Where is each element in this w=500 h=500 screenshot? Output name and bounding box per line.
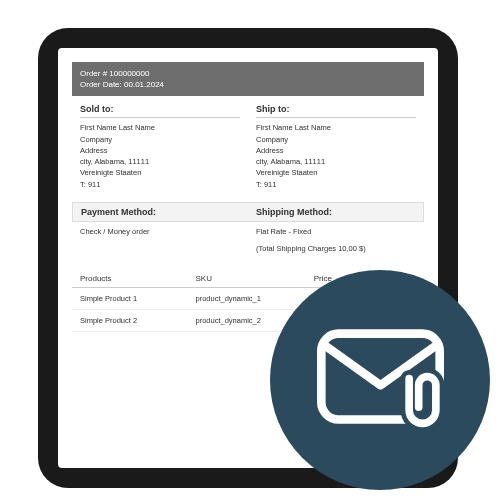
- col-sku: SKU: [196, 274, 280, 283]
- ship-to-block: Ship to: First Name Last Name Company Ad…: [248, 100, 424, 194]
- shipping-value: Flat Rate - Fixed: [256, 226, 416, 237]
- ship-to-body: First Name Last Name Company Address cit…: [256, 122, 416, 190]
- sold-company: Company: [80, 134, 240, 145]
- sold-city: city, Alabama, 11111: [80, 156, 240, 167]
- method-headings: Payment Method: Shipping Method:: [72, 202, 424, 222]
- email-attachment-badge: [270, 270, 490, 490]
- col-price: Price: [280, 274, 333, 283]
- ship-phone: T: 911: [256, 179, 416, 190]
- cell-product: Simple Product 2: [72, 316, 196, 325]
- method-values: Check / Money order Flat Rate - Fixed (T…: [72, 222, 424, 259]
- invoice-header: Order # 100000000 Order Date: 00.01.2024: [72, 62, 424, 96]
- address-section: Sold to: First Name Last Name Company Ad…: [72, 100, 424, 194]
- payment-heading: Payment Method:: [73, 203, 248, 221]
- payment-value: Check / Money order: [72, 222, 248, 259]
- sold-name: First Name Last Name: [80, 122, 240, 133]
- sold-country: Vereinigte Staaten: [80, 167, 240, 178]
- sold-phone: T: 911: [80, 179, 240, 190]
- ship-company: Company: [256, 134, 416, 145]
- cell-sku: product_dynamic_2: [196, 316, 280, 325]
- shipping-value-block: Flat Rate - Fixed (Total Shipping Charge…: [248, 222, 424, 259]
- ship-country: Vereinigte Staaten: [256, 167, 416, 178]
- mail-attachment-icon: [313, 326, 448, 435]
- order-date: Order Date: 00.01.2024: [80, 79, 416, 90]
- sold-address: Address: [80, 145, 240, 156]
- sold-to-body: First Name Last Name Company Address cit…: [80, 122, 240, 190]
- ship-city: city, Alabama, 11111: [256, 156, 416, 167]
- sold-to-block: Sold to: First Name Last Name Company Ad…: [72, 100, 248, 194]
- ship-address: Address: [256, 145, 416, 156]
- shipping-heading: Shipping Method:: [248, 203, 423, 221]
- ship-to-heading: Ship to:: [256, 104, 416, 118]
- ship-name: First Name Last Name: [256, 122, 416, 133]
- col-products: Products: [72, 274, 196, 283]
- order-number: Order # 100000000: [80, 68, 416, 79]
- sold-to-heading: Sold to:: [80, 104, 240, 118]
- shipping-charges: (Total Shipping Charges 10,00 $): [256, 243, 416, 254]
- cell-sku: product_dynamic_1: [196, 294, 280, 303]
- cell-product: Simple Product 1: [72, 294, 196, 303]
